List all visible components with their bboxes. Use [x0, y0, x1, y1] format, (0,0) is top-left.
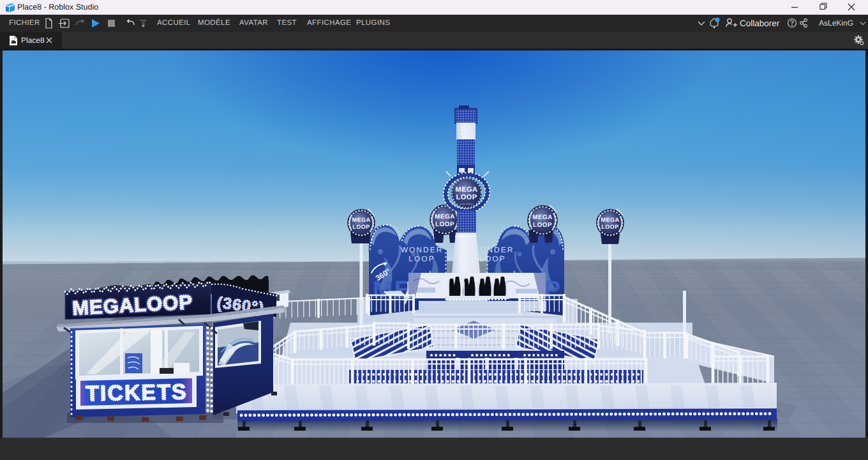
svg-text:THE RIDE: THE RIDE	[460, 203, 473, 206]
svg-text:AsLeKinG: AsLeKinG	[819, 19, 853, 27]
svg-text:LOOP: LOOP	[435, 221, 454, 228]
svg-text:LOOP: LOOP	[352, 224, 370, 230]
svg-text:LOOP: LOOP	[479, 254, 505, 263]
svg-text:LOOP: LOOP	[601, 224, 619, 230]
svg-text:MEGA: MEGA	[435, 213, 455, 220]
svg-text:MEGA: MEGA	[352, 217, 371, 223]
svg-text:LOOP: LOOP	[533, 222, 552, 229]
svg-text:Collaborer: Collaborer	[740, 19, 780, 28]
svg-text:TICKETS: TICKETS	[86, 380, 188, 406]
svg-text:LOOP: LOOP	[408, 254, 435, 263]
svg-text:MEGA: MEGA	[456, 186, 478, 194]
svg-text:WONDER: WONDER	[401, 245, 444, 254]
svg-text:LOOP: LOOP	[456, 194, 477, 201]
svg-text:MEGA: MEGA	[601, 217, 620, 223]
svg-text:MEGA: MEGA	[532, 214, 553, 221]
